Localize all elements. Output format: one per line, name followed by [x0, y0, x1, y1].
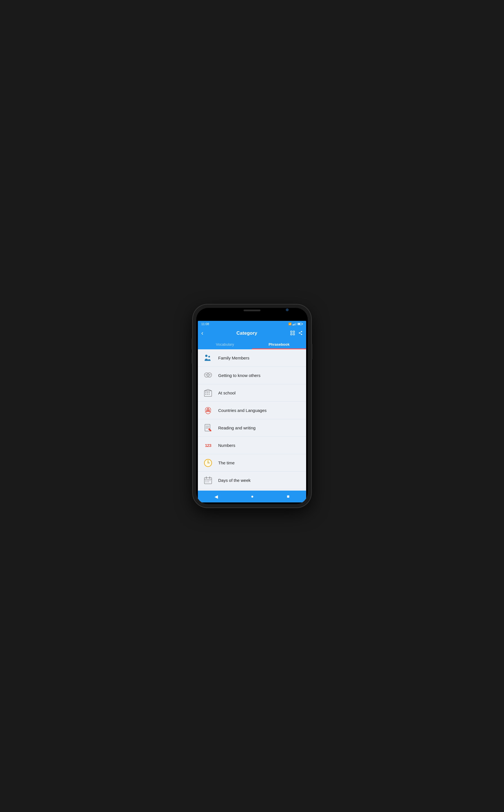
- list-item-days-of-week[interactable]: Days of the week: [198, 472, 306, 489]
- nav-recent-button[interactable]: ■: [281, 492, 295, 501]
- svg-rect-0: [291, 331, 292, 332]
- list-item-countries-languages[interactable]: Countries and Languages: [198, 402, 306, 419]
- volume-up-button[interactable]: [192, 338, 193, 350]
- phone-device: 11:08 📶: [193, 305, 311, 507]
- reading-writing-label: Reading and writing: [218, 425, 256, 430]
- the-time-icon: [202, 457, 214, 469]
- status-icons: 📶: [288, 323, 303, 325]
- svg-line-8: [300, 333, 301, 334]
- svg-rect-1: [293, 331, 295, 332]
- battery-icon: [297, 323, 303, 325]
- category-list: Family Members: [198, 349, 306, 491]
- app-bar: ‹ Category: [198, 327, 306, 339]
- svg-point-36: [208, 462, 209, 463]
- svg-point-15: [209, 374, 210, 374]
- svg-point-46: [207, 481, 207, 482]
- speaker: [244, 310, 260, 311]
- status-bar: 11:08 📶: [198, 321, 306, 327]
- volume-down-button[interactable]: [192, 352, 193, 364]
- svg-rect-19: [207, 392, 208, 393]
- svg-point-43: [208, 480, 209, 480]
- list-item-numbers[interactable]: 123 Numbers: [198, 437, 306, 454]
- list-item-at-school[interactable]: At school: [198, 384, 306, 402]
- family-members-label: Family Members: [218, 356, 249, 360]
- svg-rect-2: [291, 334, 292, 335]
- svg-point-41: [205, 480, 206, 480]
- app-screen: 11:08 📶: [198, 321, 306, 502]
- back-button[interactable]: ‹: [201, 330, 203, 337]
- countries-languages-label: Countries and Languages: [218, 408, 267, 413]
- power-button[interactable]: [311, 344, 312, 359]
- numbers-label: Numbers: [218, 443, 235, 448]
- nav-home-button[interactable]: ●: [245, 492, 259, 501]
- svg-point-11: [204, 373, 209, 377]
- svg-rect-20: [209, 392, 210, 393]
- list-item-reading-writing[interactable]: Reading and writing: [198, 419, 306, 437]
- status-time: 11:08: [201, 322, 209, 326]
- tab-vocabulary[interactable]: Vocabulary: [198, 339, 252, 349]
- svg-line-7: [300, 332, 301, 333]
- svg-point-6: [301, 334, 302, 335]
- svg-point-10: [208, 356, 210, 358]
- at-school-label: At school: [218, 390, 236, 395]
- svg-rect-23: [209, 394, 210, 395]
- list-item-family-members[interactable]: Family Members: [198, 349, 306, 367]
- svg-rect-3: [293, 334, 295, 335]
- app-bar-actions: [290, 331, 303, 336]
- svg-rect-37: [204, 478, 212, 484]
- reading-writing-icon: [202, 422, 214, 434]
- family-members-icon: [202, 352, 214, 364]
- days-of-week-icon: [202, 475, 214, 486]
- nav-back-button[interactable]: ◀: [209, 492, 224, 502]
- share-icon[interactable]: [298, 331, 303, 336]
- getting-to-know-icon: [202, 370, 214, 381]
- svg-rect-18: [205, 392, 206, 393]
- grid-icon[interactable]: [290, 331, 295, 336]
- the-time-label: The time: [218, 460, 235, 465]
- svg-rect-21: [205, 394, 206, 395]
- svg-point-42: [207, 480, 207, 480]
- page-title: Category: [206, 330, 288, 336]
- signal-icon: [293, 323, 296, 325]
- camera: [286, 308, 289, 311]
- svg-point-9: [205, 355, 207, 357]
- svg-point-45: [205, 481, 206, 482]
- tab-phrasebook[interactable]: Phrasebook: [252, 339, 306, 349]
- days-of-week-label: Days of the week: [218, 478, 251, 483]
- bottom-navigation: ◀ ● ■: [198, 491, 306, 502]
- svg-point-5: [299, 332, 300, 334]
- list-item-getting-to-know[interactable]: Getting to know others: [198, 367, 306, 384]
- list-item-the-time[interactable]: The time: [198, 454, 306, 472]
- svg-point-12: [206, 374, 207, 374]
- svg-point-44: [210, 480, 210, 480]
- countries-languages-icon: [202, 405, 214, 416]
- svg-point-14: [207, 373, 212, 377]
- svg-point-47: [208, 481, 209, 482]
- svg-point-13: [205, 374, 206, 374]
- svg-rect-22: [207, 394, 208, 395]
- numbers-icon: 123: [202, 440, 214, 451]
- getting-to-know-label: Getting to know others: [218, 373, 260, 378]
- svg-point-4: [301, 331, 302, 332]
- phone-screen: 11:08 📶: [196, 308, 308, 504]
- svg-point-16: [210, 374, 211, 374]
- tab-bar: Vocabulary Phrasebook: [198, 339, 306, 349]
- at-school-icon: [202, 387, 214, 399]
- wifi-icon: 📶: [288, 323, 291, 325]
